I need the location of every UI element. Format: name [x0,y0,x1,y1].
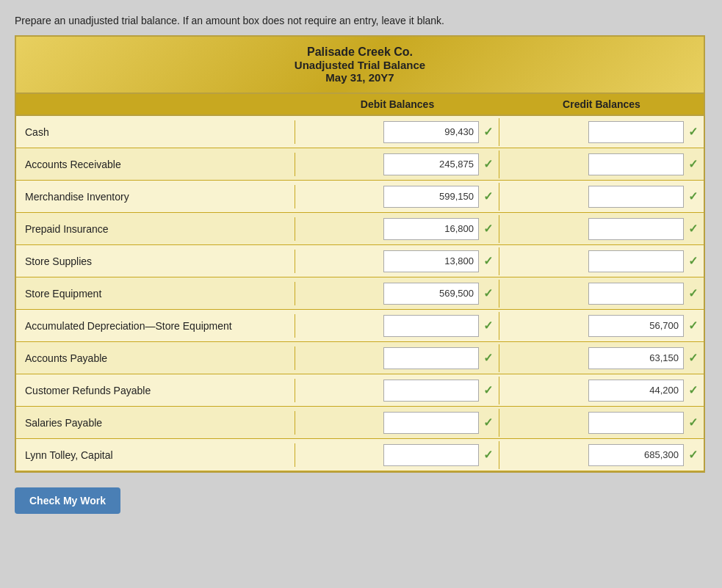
debit-input[interactable] [383,347,479,369]
debit-checkmark: ✓ [483,286,493,300]
debit-checkmark: ✓ [483,351,493,365]
row-label: Prepaid Insurance [16,217,295,241]
credit-cell: ✓ [499,183,704,211]
column-headers: Debit Balances Credit Balances [16,94,704,116]
table-row: Accounts Payable✓✓ [16,342,704,374]
instruction-text: Prepare an unadjusted trial balance. If … [15,15,707,26]
credit-checkmark: ✓ [688,351,698,365]
credit-input[interactable] [588,218,684,240]
debit-cell: ✓ [295,409,499,437]
debit-cell: ✓ [295,118,499,146]
company-name: Palisade Creek Co. [22,46,698,59]
row-label: Merchandise Inventory [16,185,295,208]
table-row: Merchandise Inventory✓✓ [16,181,704,213]
trial-balance-table: Palisade Creek Co. Unadjusted Trial Bala… [15,35,705,473]
row-label: Salaries Payable [16,411,295,435]
report-title: Unadjusted Trial Balance [22,59,698,71]
table-header: Palisade Creek Co. Unadjusted Trial Bala… [16,37,704,94]
debit-input[interactable] [383,315,479,337]
credit-input[interactable] [588,315,684,337]
debit-checkmark: ✓ [483,157,493,171]
table-row: Accumulated Depreciation—Store Equipment… [16,310,704,342]
credit-cell: ✓ [499,409,704,437]
debit-checkmark: ✓ [483,189,493,203]
credit-input[interactable] [588,347,684,369]
row-label: Lynn Tolley, Capital [16,443,295,467]
credit-checkmark: ✓ [688,222,698,236]
debit-checkmark: ✓ [483,319,493,333]
debit-input[interactable] [383,380,479,402]
credit-cell: ✓ [499,441,704,469]
table-row: Cash✓✓ [16,116,704,148]
debit-checkmark: ✓ [483,125,493,139]
credit-input[interactable] [588,153,684,175]
credit-cell: ✓ [499,280,704,308]
debit-checkmark: ✓ [483,383,493,397]
debit-input[interactable] [383,121,479,143]
table-row: Store Supplies✓✓ [16,245,704,277]
row-label: Store Supplies [16,250,295,273]
credit-input[interactable] [588,412,684,434]
credit-input[interactable] [588,380,684,402]
debit-cell: ✓ [295,312,499,340]
credit-cell: ✓ [499,247,704,275]
credit-checkmark: ✓ [688,319,698,333]
debit-checkmark: ✓ [483,448,493,462]
col-credit-header: Credit Balances [499,98,704,110]
debit-input[interactable] [383,444,479,466]
credit-input[interactable] [588,444,684,466]
debit-cell: ✓ [295,344,499,372]
row-label: Accounts Payable [16,346,295,370]
credit-cell: ✓ [499,215,704,243]
report-date: May 31, 20Y7 [22,71,698,84]
check-my-work-button[interactable]: Check My Work [15,487,120,514]
table-row: Accounts Receivable✓✓ [16,148,704,181]
row-label: Store Equipment [16,282,295,305]
table-row: Customer Refunds Payable✓✓ [16,374,704,407]
table-row: Lynn Tolley, Capital✓✓ [16,439,704,471]
table-row: Salaries Payable✓✓ [16,407,704,439]
credit-cell: ✓ [499,150,704,178]
credit-input[interactable] [588,186,684,208]
credit-checkmark: ✓ [688,125,698,139]
debit-cell: ✓ [295,247,499,275]
rows-container: Cash✓✓Accounts Receivable✓✓Merchandise I… [16,116,704,471]
debit-cell: ✓ [295,150,499,178]
col-debit-header: Debit Balances [295,98,499,110]
credit-checkmark: ✓ [688,189,698,203]
debit-input[interactable] [383,186,479,208]
debit-input[interactable] [383,153,479,175]
credit-checkmark: ✓ [688,383,698,397]
credit-checkmark: ✓ [688,157,698,171]
debit-checkmark: ✓ [483,254,493,268]
row-label: Accounts Receivable [16,153,295,176]
debit-input[interactable] [383,250,479,272]
debit-input[interactable] [383,218,479,240]
credit-input[interactable] [588,250,684,272]
credit-checkmark: ✓ [688,415,698,429]
debit-input[interactable] [383,283,479,305]
debit-input[interactable] [383,412,479,434]
credit-input[interactable] [588,121,684,143]
table-row: Store Equipment✓✓ [16,277,704,310]
col-empty [16,98,295,110]
debit-cell: ✓ [295,280,499,308]
debit-cell: ✓ [295,441,499,469]
credit-checkmark: ✓ [688,254,698,268]
row-label: Cash [16,120,295,144]
row-label: Customer Refunds Payable [16,379,295,402]
debit-cell: ✓ [295,183,499,211]
credit-input[interactable] [588,283,684,305]
credit-cell: ✓ [499,377,704,404]
debit-checkmark: ✓ [483,222,493,236]
row-label: Accumulated Depreciation—Store Equipment [16,314,295,338]
debit-checkmark: ✓ [483,415,493,429]
credit-cell: ✓ [499,312,704,340]
credit-checkmark: ✓ [688,448,698,462]
credit-checkmark: ✓ [688,286,698,300]
debit-cell: ✓ [295,377,499,404]
table-row: Prepaid Insurance✓✓ [16,213,704,245]
debit-cell: ✓ [295,215,499,243]
credit-cell: ✓ [499,118,704,146]
credit-cell: ✓ [499,344,704,372]
